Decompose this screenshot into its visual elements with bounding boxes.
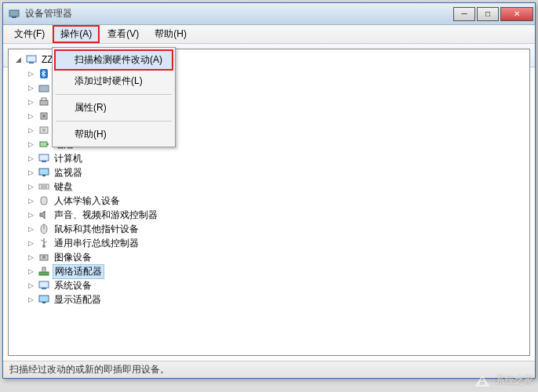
expand-icon[interactable]: ▷	[26, 182, 35, 191]
computer-icon	[25, 53, 38, 66]
menu-file[interactable]: 文件(F)	[6, 25, 53, 43]
tree-node[interactable]: ▷图像设备	[10, 250, 528, 264]
maximize-button[interactable]: □	[477, 7, 499, 21]
svg-rect-39	[42, 288, 46, 289]
expand-icon[interactable]: ▷	[26, 281, 35, 290]
expand-icon[interactable]: ▷	[26, 97, 35, 107]
window-buttons: ─ □ ✕	[452, 7, 533, 21]
cpu-icon	[38, 110, 50, 122]
tree-node[interactable]: ▷计算机	[10, 151, 528, 165]
titlebar[interactable]: 设备管理器 ─ □ ✕	[3, 3, 535, 25]
expand-icon[interactable]: ▷	[26, 224, 35, 234]
keyboard-icon	[38, 180, 50, 193]
svg-point-35	[42, 256, 45, 259]
expand-icon[interactable]: ▷	[26, 295, 35, 304]
svg-rect-8	[27, 56, 36, 62]
dropdown-scan-hardware[interactable]: 扫描检测硬件改动(A)	[54, 49, 173, 71]
dropdown-help[interactable]: 帮助(H)	[54, 124, 173, 145]
svg-rect-18	[40, 142, 47, 147]
expand-icon[interactable]: ▷	[26, 111, 35, 121]
svg-rect-27	[41, 197, 47, 205]
svg-point-17	[42, 129, 45, 132]
app-window: 设备管理器 ─ □ ✕ 文件(F) 操作(A) 查看(V) 帮助(H) 扫描检测…	[2, 2, 536, 379]
dropdown-separator	[56, 121, 172, 122]
svg-rect-13	[42, 98, 46, 100]
bluetooth-icon	[38, 67, 50, 80]
svg-rect-19	[47, 143, 49, 145]
svg-rect-0	[9, 10, 19, 16]
menu-help[interactable]: 帮助(H)	[147, 25, 194, 43]
svg-rect-10	[40, 69, 48, 78]
usb-icon	[38, 237, 50, 249]
mouse-icon	[38, 223, 50, 235]
monitor-icon	[38, 166, 50, 179]
statusbar: 扫描经过改动的或新的即插即用设备。	[3, 361, 535, 378]
svg-rect-9	[29, 62, 34, 64]
svg-rect-40	[39, 296, 49, 302]
system-icon	[38, 279, 50, 292]
expand-icon[interactable]: ▷	[26, 267, 35, 276]
app-icon	[8, 8, 20, 20]
disk-icon	[38, 124, 50, 136]
status-text: 扫描经过改动的或新的即插即用设备。	[9, 363, 169, 376]
display-icon	[38, 293, 50, 306]
svg-rect-41	[42, 302, 45, 303]
window-title: 设备管理器	[25, 7, 452, 20]
computer-icon	[38, 152, 50, 165]
menu-view[interactable]: 查看(V)	[100, 25, 147, 43]
dropdown-properties[interactable]: 属性(R)	[54, 97, 173, 118]
svg-rect-36	[39, 272, 49, 275]
tree-node[interactable]: ▷声音、视频和游戏控制器	[10, 208, 528, 222]
expand-icon[interactable]: ▷	[26, 210, 35, 220]
expand-icon[interactable]: ▷	[26, 154, 35, 163]
svg-rect-23	[42, 175, 45, 176]
minimize-button[interactable]: ─	[453, 7, 475, 21]
expand-icon[interactable]: ▷	[26, 252, 35, 262]
close-button[interactable]: ✕	[500, 7, 533, 21]
collapse-icon[interactable]: ◢	[13, 55, 23, 64]
svg-rect-37	[42, 267, 45, 272]
svg-rect-12	[40, 100, 48, 105]
network-icon	[38, 265, 50, 278]
camera-icon	[38, 251, 50, 263]
imaging-icon	[38, 82, 50, 94]
expand-icon[interactable]: ▷	[26, 83, 35, 93]
menubar: 文件(F) 操作(A) 查看(V) 帮助(H) 扫描检测硬件改动(A) 添加过时…	[3, 25, 535, 44]
expand-icon[interactable]: ▷	[26, 168, 35, 177]
menu-action[interactable]: 操作(A)	[53, 25, 100, 43]
tree-node[interactable]: ▷鼠标和其他指针设备	[10, 222, 528, 236]
expand-icon[interactable]: ▷	[26, 69, 35, 78]
svg-rect-11	[39, 85, 49, 92]
tree-node[interactable]: ▷通用串行总线控制器	[10, 236, 528, 250]
svg-rect-15	[42, 114, 45, 118]
svg-rect-21	[42, 161, 46, 162]
printer-icon	[38, 96, 50, 108]
expand-icon[interactable]: ▷	[26, 140, 35, 149]
svg-rect-38	[39, 281, 49, 288]
expand-icon[interactable]: ▷	[26, 238, 35, 248]
tree-node[interactable]: ▷系统设备	[10, 278, 528, 292]
dropdown-add-legacy[interactable]: 添加过时硬件(L)	[54, 71, 173, 92]
tree-node-network[interactable]: ▷网络适配器	[10, 264, 528, 278]
svg-rect-1	[12, 16, 16, 18]
tree-node[interactable]: ▷键盘	[10, 180, 528, 194]
battery-icon	[38, 138, 50, 151]
tree-node-label: 网络适配器	[53, 264, 104, 279]
action-dropdown: 扫描检测硬件改动(A) 添加过时硬件(L) 属性(R) 帮助(H)	[52, 47, 176, 147]
dropdown-separator	[56, 94, 172, 95]
hid-icon	[38, 194, 50, 207]
expand-icon[interactable]: ▷	[26, 125, 35, 135]
svg-rect-22	[39, 169, 49, 175]
expand-icon[interactable]: ▷	[26, 196, 35, 205]
tree-node[interactable]: ▷人体学输入设备	[10, 194, 528, 208]
tree-node[interactable]: ▷显示适配器	[10, 292, 528, 307]
tree-node[interactable]: ▷监视器	[10, 165, 528, 180]
svg-rect-20	[39, 154, 49, 161]
svg-rect-24	[39, 184, 49, 189]
sound-icon	[38, 209, 50, 221]
